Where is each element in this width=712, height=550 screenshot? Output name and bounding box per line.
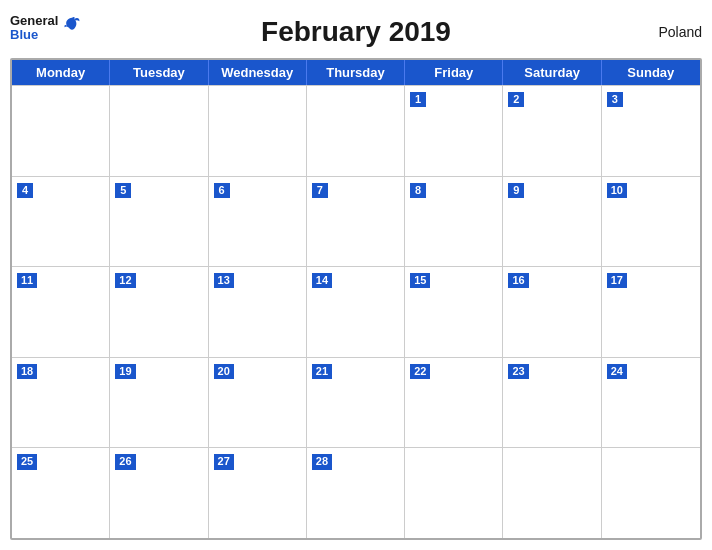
- day-headers-row: MondayTuesdayWednesdayThursdayFridaySatu…: [12, 60, 700, 85]
- day-number: 13: [214, 273, 234, 288]
- day-cell: 5: [110, 177, 208, 267]
- day-header-friday: Friday: [405, 60, 503, 85]
- logo: General Blue: [10, 14, 83, 43]
- day-cell: 28: [307, 448, 405, 538]
- day-number: 8: [410, 183, 426, 198]
- day-header-sunday: Sunday: [602, 60, 700, 85]
- day-number: 12: [115, 273, 135, 288]
- day-header-monday: Monday: [12, 60, 110, 85]
- day-number: 20: [214, 364, 234, 379]
- day-number: 21: [312, 364, 332, 379]
- day-number: 5: [115, 183, 131, 198]
- day-number: 9: [508, 183, 524, 198]
- calendar-body: 1234567891011121314151617181920212223242…: [12, 85, 700, 538]
- day-cell: [307, 86, 405, 176]
- day-number: 6: [214, 183, 230, 198]
- day-cell: 26: [110, 448, 208, 538]
- day-number: 2: [508, 92, 524, 107]
- day-cell: 22: [405, 358, 503, 448]
- day-cell: 11: [12, 267, 110, 357]
- day-number: 24: [607, 364, 627, 379]
- week-row-3: 11121314151617: [12, 266, 700, 357]
- day-number: 28: [312, 454, 332, 469]
- day-cell: [209, 86, 307, 176]
- day-cell: 15: [405, 267, 503, 357]
- calendar-header: General Blue February 2019 Poland: [10, 10, 702, 52]
- day-number: 10: [607, 183, 627, 198]
- day-number: 1: [410, 92, 426, 107]
- day-cell: 13: [209, 267, 307, 357]
- day-cell: 17: [602, 267, 700, 357]
- logo-bird-icon: [61, 14, 83, 36]
- country-label: Poland: [658, 24, 702, 40]
- logo-general: General: [10, 14, 58, 28]
- day-number: 11: [17, 273, 37, 288]
- day-cell: 6: [209, 177, 307, 267]
- day-cell: 3: [602, 86, 700, 176]
- day-number: 26: [115, 454, 135, 469]
- day-cell: 1: [405, 86, 503, 176]
- week-row-2: 45678910: [12, 176, 700, 267]
- day-number: 17: [607, 273, 627, 288]
- day-number: 7: [312, 183, 328, 198]
- week-row-1: 123: [12, 86, 700, 176]
- day-cell: 10: [602, 177, 700, 267]
- day-cell: [503, 448, 601, 538]
- day-cell: 12: [110, 267, 208, 357]
- day-header-thursday: Thursday: [307, 60, 405, 85]
- calendar-grid: MondayTuesdayWednesdayThursdayFridaySatu…: [10, 58, 702, 540]
- logo-blue: Blue: [10, 28, 58, 42]
- day-header-saturday: Saturday: [503, 60, 601, 85]
- calendar-title: February 2019: [261, 16, 451, 48]
- day-number: 15: [410, 273, 430, 288]
- day-cell: 20: [209, 358, 307, 448]
- day-cell: 18: [12, 358, 110, 448]
- day-header-wednesday: Wednesday: [209, 60, 307, 85]
- week-row-5: 25262728: [12, 447, 700, 538]
- day-cell: 21: [307, 358, 405, 448]
- day-cell: 16: [503, 267, 601, 357]
- day-cell: [602, 448, 700, 538]
- day-cell: 23: [503, 358, 601, 448]
- day-header-tuesday: Tuesday: [110, 60, 208, 85]
- day-cell: 14: [307, 267, 405, 357]
- day-number: 3: [607, 92, 623, 107]
- day-cell: [12, 86, 110, 176]
- day-number: 22: [410, 364, 430, 379]
- week-row-4: 18192021222324: [12, 357, 700, 448]
- day-cell: [405, 448, 503, 538]
- day-number: 4: [17, 183, 33, 198]
- day-number: 16: [508, 273, 528, 288]
- day-cell: 7: [307, 177, 405, 267]
- day-cell: 25: [12, 448, 110, 538]
- day-cell: 4: [12, 177, 110, 267]
- day-number: 19: [115, 364, 135, 379]
- day-number: 14: [312, 273, 332, 288]
- day-number: 18: [17, 364, 37, 379]
- day-number: 27: [214, 454, 234, 469]
- day-cell: 2: [503, 86, 601, 176]
- day-number: 23: [508, 364, 528, 379]
- day-cell: [110, 86, 208, 176]
- day-cell: 24: [602, 358, 700, 448]
- day-cell: 19: [110, 358, 208, 448]
- day-cell: 8: [405, 177, 503, 267]
- day-cell: 9: [503, 177, 601, 267]
- day-number: 25: [17, 454, 37, 469]
- day-cell: 27: [209, 448, 307, 538]
